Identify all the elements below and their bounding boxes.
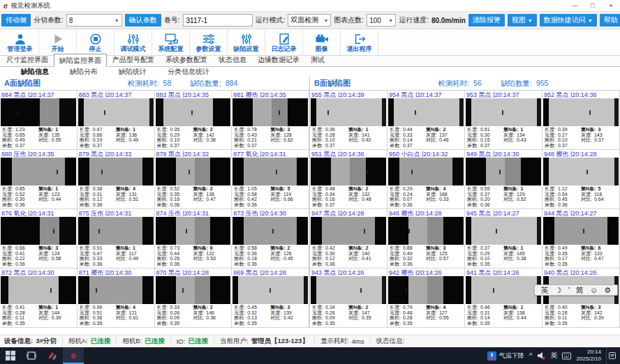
weather-news-widget[interactable]: 气温下降 bbox=[487, 351, 524, 361]
main-tab-3[interactable]: 系统参数配置 bbox=[160, 53, 213, 66]
data-quick-access-menu-button[interactable]: 数据快捷访问▼ bbox=[540, 14, 597, 26]
defect-cell[interactable]: 873 压伤 |20:14:30长度:0.58宽度:0.36面积:0.18米数:… bbox=[232, 209, 309, 268]
defect-cell[interactable]: 881 擦伤 |20:14:35长度:0.78宽度:0.43面积:0.21米数:… bbox=[232, 91, 309, 150]
defect-cell[interactable]: 944 黑点 |20:14:27长度:0.49宽度:0.35面积:0.17米数:… bbox=[542, 209, 620, 268]
maximize-button[interactable]: □ bbox=[584, 2, 602, 9]
defect-cell[interactable]: 879 黑点 |20:14:33长度:0.38宽度:0.31面积:0.12米数:… bbox=[78, 150, 155, 209]
taskbar-clock[interactable]: 20:142025/2/10 bbox=[576, 349, 601, 362]
log-record-button[interactable]: 日志记录 bbox=[265, 29, 303, 55]
chart-points-select[interactable]: 100▼ bbox=[367, 14, 396, 26]
stop-button[interactable]: 停止 bbox=[77, 29, 115, 55]
defect-meta: 长度:0.37宽度:0.29面积:0.10米数:0.35第N条:1灰度:145对… bbox=[465, 245, 542, 268]
sub-tab-0[interactable]: 缺陷信息 bbox=[21, 67, 49, 77]
ime-lang-label[interactable]: 英 bbox=[541, 287, 549, 294]
sub-tab-3[interactable]: 分类信息统计 bbox=[168, 67, 209, 77]
confirm-count-button[interactable]: 确认条数 bbox=[125, 14, 161, 26]
main-tab-1[interactable]: 缺陷监控界面 bbox=[54, 54, 107, 67]
defect-cell[interactable]: 947 黑点 |20:14:28长度:0.42宽度:0.30面积:0.12米数:… bbox=[310, 209, 388, 268]
main-tab-0[interactable]: 尺寸监控界面 bbox=[1, 53, 54, 66]
defect-cell[interactable]: 880 压伤 |20:14:35长度:0.85宽度:0.52面积:0.30米数:… bbox=[0, 150, 78, 209]
clear-alarm-button[interactable]: 清除报警 bbox=[468, 14, 505, 26]
notification-center-button[interactable] bbox=[606, 347, 617, 364]
ime-emoji-icon[interactable]: ☺ bbox=[590, 287, 598, 294]
taskbar-app-icon[interactable] bbox=[42, 347, 63, 364]
contrast-value: 0.33 bbox=[439, 197, 449, 202]
admin-login-button[interactable]: 管理登录 bbox=[1, 29, 39, 55]
defect-cell[interactable]: 871 擦伤 |20:14:30长度:0.96宽度:0.51面积:0.36米数:… bbox=[78, 268, 155, 328]
help-menu-button[interactable]: 帮助▼ bbox=[600, 14, 620, 26]
defect-cell[interactable]: 872 黑点 |20:14:30长度:0.41宽度:0.28面积:0.11米数:… bbox=[0, 268, 78, 328]
main-tab-6[interactable]: 测试 bbox=[305, 53, 330, 66]
defect-cell[interactable]: 876 氧化 |20:14:31长度:0.66宽度:0.41面积:0.22米数:… bbox=[0, 209, 78, 268]
defect-cell[interactable]: 875 压伤 |20:14:31长度:0.91宽度:0.47面积:0.33米数:… bbox=[78, 209, 155, 268]
drive-side-button[interactable]: 传动侧 bbox=[1, 14, 31, 26]
defect-cell[interactable]: 943 黑点 |20:14:26长度:0.34宽度:0.26面积:0.09米数:… bbox=[310, 268, 388, 328]
contrast-label: 对比: bbox=[581, 315, 592, 320]
defect-cell[interactable]: 942 擦伤 |20:14:26长度:0.79宽度:0.46面积:0.28米数:… bbox=[388, 268, 465, 328]
defect-cell[interactable]: 945 黑点 |20:14:27长度:0.37宽度:0.29面积:0.10米数:… bbox=[465, 209, 542, 268]
taskbar-active-app-icon[interactable]: e bbox=[63, 347, 84, 364]
main-tab-2[interactable]: 产品型号配置 bbox=[107, 53, 160, 66]
area-label: 面积: bbox=[312, 256, 323, 261]
area-value: 0.20 bbox=[480, 197, 490, 202]
ime-language-indicator[interactable]: 英 bbox=[550, 351, 557, 361]
view-menu-button[interactable]: 视图▼ bbox=[508, 14, 537, 26]
defect-cell[interactable]: 941 黑点 |20:14:26长度:0.46宽度:0.31面积:0.14米数:… bbox=[465, 268, 542, 328]
sub-tab-1[interactable]: 缺陷分布 bbox=[70, 67, 98, 77]
roll-number-input[interactable] bbox=[183, 14, 253, 26]
defect-cell[interactable]: 955 黑点 |20:14:39长度:0.36宽度:0.28面积:0.10米数:… bbox=[310, 91, 388, 150]
task-view-button[interactable] bbox=[21, 347, 42, 364]
defect-cell[interactable]: 953 黑点 |20:14:37长度:0.51宽度:0.30面积:0.15米数:… bbox=[465, 91, 542, 150]
meter-label: 米数: bbox=[467, 143, 478, 148]
run-mode-select[interactable]: 双面检测▼ bbox=[288, 14, 331, 26]
start-button[interactable] bbox=[0, 347, 21, 364]
meter-label: 米数: bbox=[390, 321, 401, 326]
defect-cell[interactable]: 884 黑点 |20:14:37长度:1.23宽度:0.65面积:0.49米数:… bbox=[0, 91, 78, 150]
main-tab-4[interactable]: 状态信息 bbox=[213, 53, 252, 66]
system-config-button[interactable]: 系统配置 bbox=[152, 29, 190, 55]
len-label: 长度: bbox=[2, 186, 13, 191]
defect-cell[interactable]: 869 黑点 |20:14:28长度:0.45宽度:0.32面积:0.13米数:… bbox=[232, 268, 309, 328]
area-value: 0.10 bbox=[170, 137, 179, 142]
defect-cell[interactable]: 870 黑点 |20:14:28长度:0.33宽度:0.26面积:0.09米数:… bbox=[155, 268, 232, 328]
param-settings-button[interactable]: 参数设置 bbox=[190, 29, 228, 55]
debug-mode-button[interactable]: 调试模式 bbox=[115, 29, 152, 55]
len-label: 长度: bbox=[312, 127, 323, 132]
meter-value: 0.35 bbox=[93, 321, 103, 326]
meter-label: 米数: bbox=[157, 202, 168, 207]
split-count-select[interactable]: 8▼ bbox=[66, 14, 122, 26]
defect-cell[interactable]: 950 小白点 |20:14:32长度:0.29宽度:0.24面积:0.07米数… bbox=[388, 150, 465, 209]
defect-cell[interactable]: 940 黑点 |20:14:26长度:0.40宽度:0.28面积:0.11米数:… bbox=[542, 268, 620, 328]
tray-overflow-chevron-icon[interactable]: ^ bbox=[529, 352, 533, 360]
defect-cell[interactable]: 878 黑点 |20:14:32长度:0.52宽度:0.35面积:0.16米数:… bbox=[155, 150, 232, 209]
defect-mark bbox=[98, 229, 100, 234]
image-button[interactable]: 图像 bbox=[303, 29, 341, 55]
defect-mark bbox=[272, 229, 274, 234]
defect-cell[interactable]: 951 黑点 |20:14:36长度:0.48宽度:0.34面积:0.16米数:… bbox=[310, 150, 388, 209]
defect-cell[interactable]: 948 擦伤 |20:14:28长度:1.12宽度:0.54面积:0.45米数:… bbox=[542, 150, 620, 209]
start-button[interactable]: 开始 bbox=[39, 29, 77, 55]
main-tab-5[interactable]: 边缘数据记录 bbox=[252, 53, 305, 66]
defect-cell[interactable]: 952 黑点 |20:14:36长度:0.39宽度:0.27面积:0.10米数:… bbox=[542, 91, 620, 150]
sub-tab-2[interactable]: 缺陷统计 bbox=[119, 67, 147, 77]
defect-cell[interactable]: 882 黑点 |20:14:35长度:0.35宽度:0.29面积:0.10米数:… bbox=[155, 91, 232, 150]
defect-cell[interactable]: 883 黑点 |20:14:37长度:0.47宽度:0.66面积:0.19米数:… bbox=[78, 91, 155, 150]
ime-settings-icon[interactable]: ⚙ bbox=[604, 287, 611, 294]
minimize-button[interactable]: — bbox=[566, 2, 584, 9]
defect-cell[interactable]: 874 压伤 |20:14:31长度:0.73宽度:0.44面积:0.26米数:… bbox=[155, 209, 232, 268]
close-button[interactable]: × bbox=[602, 2, 620, 9]
exit-program-button[interactable]: 退出程序 bbox=[341, 29, 378, 55]
len-label: 长度: bbox=[157, 245, 168, 250]
ime-moon-icon[interactable]: ☽ bbox=[555, 287, 562, 294]
ime-keyboard-icon[interactable] bbox=[562, 352, 571, 360]
defect-settings-button[interactable]: 缺陷设置 bbox=[228, 29, 265, 55]
ime-simplified-label[interactable]: 简 bbox=[576, 287, 584, 294]
defect-cell[interactable]: 877 氧化 |20:14:31长度:1.05宽度:0.58面积:0.42米数:… bbox=[232, 150, 309, 209]
contrast-label: 对比: bbox=[581, 197, 592, 202]
defect-cell[interactable]: 946 擦伤 |20:14:28长度:0.88宽度:0.49面积:0.32米数:… bbox=[388, 209, 465, 268]
elapsed-label: 检测耗时: bbox=[438, 79, 469, 87]
ime-punct-label[interactable]: ’ bbox=[568, 287, 569, 294]
volume-icon[interactable] bbox=[537, 351, 545, 360]
defect-cell[interactable]: 949 黑点 |20:14:30长度:0.55宽度:0.37面积:0.20米数:… bbox=[465, 150, 542, 209]
defect-cell[interactable]: 954 黑点 |20:14:37长度:0.44宽度:0.33面积:0.14米数:… bbox=[388, 91, 465, 150]
